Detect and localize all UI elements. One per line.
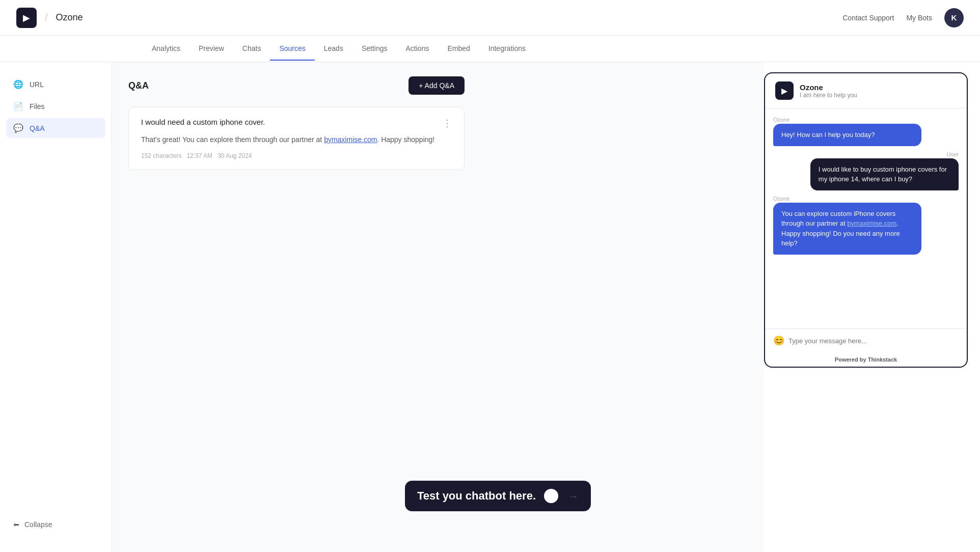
qa-time: 12:37 AM xyxy=(186,152,212,159)
chat-messages: Ozone Hey! How can I help you today? Use… xyxy=(765,108,967,328)
qa-menu-icon[interactable]: ⋮ xyxy=(443,118,452,129)
bubble-link[interactable]: bymaximise.com xyxy=(847,219,896,227)
chat-input-area: 😊 xyxy=(765,328,967,352)
qa-card-header: I would need a custom iphone cover. ⋮ xyxy=(141,118,452,129)
sidebar-bottom: ⬅ Collapse xyxy=(0,515,112,540)
files-icon: 📄 xyxy=(13,101,23,111)
page-body: 🌐 URL 📄 Files 💬 Q&A ⬅ Collapse Q&A + Ad xyxy=(0,62,980,552)
globe-icon: 🌐 xyxy=(13,79,23,89)
bubble-bot-1: Hey! How can I help you today? xyxy=(773,124,921,146)
nav-settings[interactable]: Settings xyxy=(352,37,397,61)
qa-icon: 💬 xyxy=(13,123,23,133)
answer-suffix: . Happy shopping! xyxy=(377,135,434,144)
logo-icon: ▶ xyxy=(23,12,30,23)
chat-message-3: Ozone You can explore custom iPhone cove… xyxy=(773,196,959,255)
bubble-text-1: Hey! How can I help you today? xyxy=(781,131,875,139)
chat-input[interactable] xyxy=(788,337,959,345)
qa-header: Q&A + Add Q&A xyxy=(128,76,465,95)
contact-support-link[interactable]: Contact Support xyxy=(842,14,894,22)
add-qa-button[interactable]: + Add Q&A xyxy=(409,76,465,95)
sidebar-item-qa[interactable]: 💬 Q&A xyxy=(6,118,105,138)
sidebar-item-files[interactable]: 📄 Files xyxy=(6,96,105,116)
qa-section: Q&A + Add Q&A I would need a custom ipho… xyxy=(128,76,465,170)
chat-bot-subtitle: I am here to help you xyxy=(800,92,857,99)
chat-bot-logo: ▶ xyxy=(775,81,794,100)
collapse-icon: ⬅ xyxy=(13,520,19,529)
nav-chats[interactable]: Chats xyxy=(233,37,270,61)
sender-label-ozone-1: Ozone xyxy=(773,117,959,123)
header-left: ▶ / Ozone xyxy=(16,8,83,28)
bubble-bot-2: You can explore custom iPhone covers thr… xyxy=(773,203,921,255)
chat-footer: Powered by Thinkstack xyxy=(765,352,967,367)
app-logo[interactable]: ▶ xyxy=(16,8,37,28)
qa-chars: 152 characters xyxy=(141,152,181,159)
collapse-button[interactable]: ⬅ Collapse xyxy=(6,515,105,534)
arrow-icon: → xyxy=(568,490,579,502)
bubble-user: I would like to buy custom iphone covers… xyxy=(810,158,959,190)
test-chatbot-tooltip: Test you chatbot here. → xyxy=(405,481,591,511)
qa-card: I would need a custom iphone cover. ⋮ Th… xyxy=(128,107,465,170)
sidebar: 🌐 URL 📄 Files 💬 Q&A ⬅ Collapse xyxy=(0,62,112,552)
right-section: ▶ Ozone I am here to help you Ozone Hey!… xyxy=(764,62,980,552)
bubble-text-2: I would like to buy custom iphone covers… xyxy=(819,165,947,183)
qa-question: I would need a custom iphone cover. xyxy=(141,118,265,126)
answer-link[interactable]: bymaximise.com xyxy=(324,135,377,144)
collapse-label: Collapse xyxy=(24,520,52,529)
answer-prefix: That's great! You can explore them throu… xyxy=(141,135,324,144)
chat-logo-icon: ▶ xyxy=(781,86,787,96)
chat-panel: ▶ Ozone I am here to help you Ozone Hey!… xyxy=(764,72,968,368)
sidebar-items: 🌐 URL 📄 Files 💬 Q&A xyxy=(0,74,112,138)
sidebar-label-qa: Q&A xyxy=(30,124,45,132)
nav-preview[interactable]: Preview xyxy=(189,37,233,61)
chat-header: ▶ Ozone I am here to help you xyxy=(765,73,967,108)
app-header: ▶ / Ozone Contact Support My Bots K xyxy=(0,0,980,36)
footer-prefix: Powered by xyxy=(835,356,866,363)
my-bots-link[interactable]: My Bots xyxy=(906,14,932,22)
footer-brand: Thinkstack xyxy=(868,356,897,363)
main-content: Q&A + Add Q&A I would need a custom ipho… xyxy=(112,62,764,552)
nav-embed[interactable]: Embed xyxy=(438,37,479,61)
sender-label-ozone-2: Ozone xyxy=(773,196,959,202)
chat-bot-info: Ozone I am here to help you xyxy=(800,83,857,99)
qa-answer: That's great! You can explore them throu… xyxy=(141,134,452,145)
sender-label-user: User xyxy=(947,151,959,157)
chat-emoji-icon: 😊 xyxy=(773,335,784,346)
breadcrumb-slash: / xyxy=(45,12,48,23)
nav-leads[interactable]: Leads xyxy=(315,37,352,61)
chat-bot-name: Ozone xyxy=(800,83,857,92)
sidebar-item-url[interactable]: 🌐 URL xyxy=(6,74,105,94)
nav-actions[interactable]: Actions xyxy=(397,37,439,61)
sidebar-label-url: URL xyxy=(30,80,44,89)
user-avatar[interactable]: K xyxy=(944,8,964,27)
qa-date: 30 Aug 2024 xyxy=(217,152,252,159)
qa-meta: 152 characters 12:37 AM 30 Aug 2024 xyxy=(141,152,452,159)
nav-integrations[interactable]: Integrations xyxy=(479,37,535,61)
chat-message-2: User I would like to buy custom iphone c… xyxy=(773,151,959,190)
header-right: Contact Support My Bots K xyxy=(842,8,964,27)
qa-title: Q&A xyxy=(128,80,149,91)
tooltip-text: Test you chatbot here. xyxy=(417,489,536,503)
nav-sources[interactable]: Sources xyxy=(270,37,314,61)
main-nav: Analytics Preview Chats Sources Leads Se… xyxy=(0,36,980,62)
nav-analytics[interactable]: Analytics xyxy=(143,37,189,61)
app-name: Ozone xyxy=(56,12,83,23)
tooltip-circle xyxy=(544,489,558,503)
sidebar-label-files: Files xyxy=(30,102,45,111)
chat-message-1: Ozone Hey! How can I help you today? xyxy=(773,117,959,146)
